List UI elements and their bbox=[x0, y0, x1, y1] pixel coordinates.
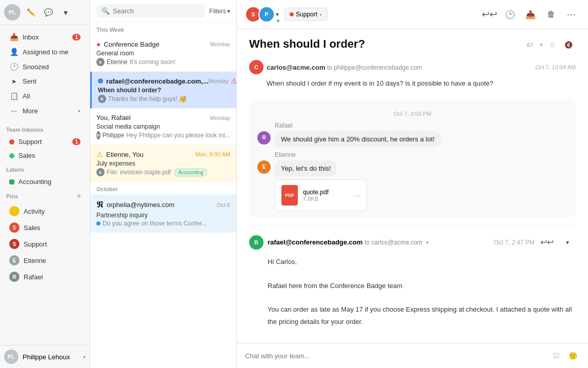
sidebar-item-accounting[interactable]: Accounting bbox=[3, 175, 87, 188]
pin-activity[interactable]: ⚡ Activity bbox=[3, 203, 87, 219]
this-week-header: This Week bbox=[90, 23, 236, 35]
delete-button[interactable]: 🗑 bbox=[543, 6, 559, 23]
attachment-menu[interactable]: ··· bbox=[354, 191, 360, 199]
sidebar-item-inbox[interactable]: 📥 Inbox 1 bbox=[3, 30, 87, 44]
footer-chevron: ▾ bbox=[83, 354, 86, 360]
accounting-label: Accounting bbox=[18, 178, 51, 186]
emoji-button[interactable]: 🙂 bbox=[565, 349, 580, 363]
more-options-button[interactable]: ▾ bbox=[58, 5, 73, 19]
filters-button[interactable]: Filters ▾ bbox=[209, 8, 230, 15]
sidebar-item-support[interactable]: Support 1 bbox=[3, 135, 87, 148]
reply-all-button[interactable]: ↩↩ bbox=[481, 6, 498, 23]
main-content: S P ▾ Support ▾ ↩↩ 🕐 📥 🗑 ··· bbox=[237, 0, 588, 368]
activity-pin-label: Activity bbox=[24, 208, 45, 215]
message-to-addr-1: philippe@conferencebadge.com bbox=[334, 64, 422, 71]
chat-section-1: Oct 7, 3:04 PM Rafael R We should give h… bbox=[249, 99, 576, 217]
reply-all-icon[interactable]: ↩↩ bbox=[539, 234, 555, 251]
pdf-icon: PDF bbox=[281, 185, 298, 206]
assigned-to-button[interactable]: Support ▾ bbox=[284, 8, 328, 21]
sidebar-item-snoozed[interactable]: 🕐 Snoozed bbox=[3, 59, 87, 74]
message-to-1: to bbox=[327, 64, 334, 71]
october-header: October bbox=[90, 182, 236, 194]
header-avatar-2: P bbox=[258, 6, 275, 23]
email-date-1: Monday bbox=[210, 41, 230, 47]
mute-button[interactable]: 🔇 bbox=[561, 37, 576, 52]
chat-button[interactable]: 💬 bbox=[41, 5, 55, 19]
search-box[interactable]: 🔍 bbox=[96, 4, 205, 18]
chat-row-1: R We should give him a 20% discount, he … bbox=[257, 131, 567, 147]
labels-label: Labels bbox=[0, 162, 90, 175]
snooze-button[interactable]: 🕐 bbox=[502, 6, 518, 23]
pin-sales[interactable]: S Sales bbox=[3, 220, 87, 235]
main-header: S P ▾ Support ▾ ↩↩ 🕐 📥 🗑 ··· bbox=[237, 0, 588, 29]
etienne-chat-avatar: E bbox=[257, 160, 271, 174]
email-item-you-rafael[interactable]: You, Rafael Monday Social media campaign… bbox=[90, 109, 236, 145]
email-item-orphelia[interactable]: 𝕹 orphelia@nytimes.com Oct 6 Partnership… bbox=[90, 194, 236, 233]
message-body-1: When should I order if my event is in 10… bbox=[249, 78, 576, 89]
pin-support[interactable]: S Support bbox=[3, 236, 87, 252]
tag-dot[interactable] bbox=[540, 43, 543, 46]
email-thread: When should I order? 🏷 ☆ 🔇 C carlos@acme… bbox=[237, 29, 588, 343]
tag-button[interactable]: 🏷 bbox=[522, 37, 537, 52]
inbox-badge: 1 bbox=[72, 34, 80, 40]
more-label: More bbox=[23, 107, 38, 115]
sidebar: PL ✏️ 💬 ▾ 📥 Inbox 1 👤 Assigned to me 🕐 S… bbox=[0, 0, 90, 368]
sidebar-item-all[interactable]: 📋 All bbox=[3, 89, 87, 103]
reply-to-chevron[interactable]: ▾ bbox=[426, 239, 429, 246]
sidebar-footer[interactable]: PL Philippe Lehoux ▾ bbox=[0, 345, 90, 368]
archive-button[interactable]: 📥 bbox=[522, 6, 539, 23]
support-pin-icon: S bbox=[9, 239, 19, 249]
pins-label: Pins bbox=[6, 193, 74, 199]
email-date-2: Monday bbox=[209, 78, 229, 84]
reply-more-icon[interactable]: ▾ bbox=[559, 234, 576, 251]
email-subject-1: General room bbox=[96, 50, 230, 57]
email-item-rafael[interactable]: rafael@conferencebadge.com,... Monday ⚠ … bbox=[90, 72, 236, 109]
rafael-chat-avatar: R bbox=[257, 131, 271, 145]
email-subject-3: Social media campaign bbox=[96, 123, 230, 130]
compose-button[interactable]: ✏️ bbox=[24, 5, 38, 19]
support-pin-label: Support bbox=[24, 240, 47, 248]
search-input[interactable] bbox=[113, 7, 200, 15]
star-button[interactable]: ☆ bbox=[545, 37, 559, 52]
sidebar-item-assigned[interactable]: 👤 Assigned to me bbox=[3, 45, 87, 59]
preview-avatar-3: P bbox=[96, 131, 100, 139]
reply-sender-avatar: R bbox=[249, 235, 263, 250]
sender-avatar-1: C bbox=[249, 60, 263, 74]
support-label: Support bbox=[18, 138, 42, 146]
nytimes-icon: 𝕹 bbox=[96, 199, 104, 210]
pin-rafael[interactable]: R Rafael bbox=[3, 269, 87, 284]
orphelia-dot bbox=[96, 221, 100, 226]
email-date-5: Oct 6 bbox=[217, 202, 230, 208]
online-indicator bbox=[276, 18, 280, 23]
checklist-button[interactable]: ☑ bbox=[549, 349, 563, 363]
email-preview-4: E File: invoices-staple.pdf Accounting bbox=[96, 168, 230, 176]
reply-header: R rafael@conferencebadge.com to carlos@a… bbox=[249, 234, 576, 251]
chat-input[interactable] bbox=[245, 352, 544, 360]
email-item-conference-badge[interactable]: ● Conference Badge Monday General room E… bbox=[90, 35, 236, 72]
snoozed-label: Snoozed bbox=[23, 63, 49, 71]
filters-chevron: ▾ bbox=[227, 8, 230, 15]
message-meta-1: C carlos@acme.com to philippe@conference… bbox=[249, 60, 576, 74]
email-subject-5: Partnership inquiry bbox=[96, 212, 230, 219]
reply-date: Oct 7, 2:47 PM bbox=[494, 239, 535, 246]
email-preview-2: R Thanks for the help guys! 🥳 bbox=[98, 95, 230, 103]
footer-avatar: PL bbox=[4, 350, 18, 364]
reply-email-block: R rafael@conferencebadge.com to carlos@a… bbox=[249, 226, 576, 343]
snoozed-icon: 🕐 bbox=[9, 63, 18, 71]
add-pin-button[interactable]: + bbox=[74, 192, 84, 201]
attachment-size: 7.8KB bbox=[303, 196, 349, 202]
reply-to: carlos@acme.com ▾ bbox=[371, 239, 429, 246]
sidebar-item-more[interactable]: ··· More ▾ bbox=[3, 104, 87, 118]
email-preview-3: P Philippe Hey Philippe can you please l… bbox=[96, 131, 230, 139]
header-left-actions: S P ▾ Support ▾ bbox=[245, 6, 328, 23]
pin-etienne[interactable]: E Etienne bbox=[3, 253, 87, 268]
email-item-etienne[interactable]: ⚠ Etienne, You Mon, 8:00 AM July expense… bbox=[90, 145, 236, 182]
email-list: 🔍 Filters ▾ This Week ● Conference Badge… bbox=[90, 0, 237, 368]
message-from-1: carlos@acme.com bbox=[267, 64, 326, 71]
warning-icon: ⚠ bbox=[231, 77, 237, 85]
title-actions: 🏷 ☆ 🔇 bbox=[522, 37, 576, 52]
chat-row-2: E Yep, let's do this! bbox=[257, 160, 567, 176]
more-actions-button[interactable]: ··· bbox=[563, 6, 580, 23]
sidebar-item-sales[interactable]: Sales bbox=[3, 149, 87, 162]
sidebar-item-sent[interactable]: ➤ Sent bbox=[3, 74, 87, 88]
